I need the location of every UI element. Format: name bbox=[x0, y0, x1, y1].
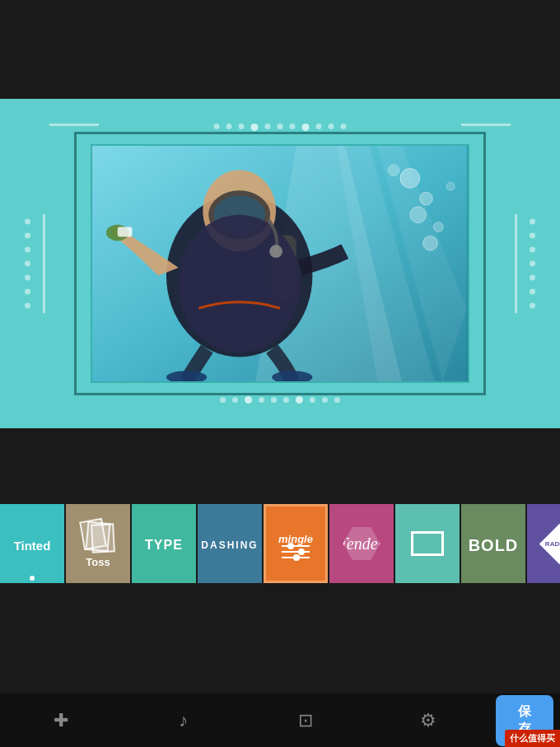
dot bbox=[530, 303, 535, 309]
music-icon: ♪ bbox=[179, 710, 188, 731]
dot bbox=[245, 396, 252, 404]
svg-point-5 bbox=[420, 192, 433, 205]
svg-rect-21 bbox=[118, 227, 133, 237]
bottom-toolbar: ✚ ♪ ⊡ ⚙ 保存 什么值得买 bbox=[0, 693, 560, 747]
middle-dark-area bbox=[0, 428, 560, 502]
svg-point-9 bbox=[446, 182, 455, 190]
slider-knob-1 bbox=[287, 543, 294, 549]
filter-mingle-label: mingle bbox=[278, 533, 313, 545]
svg-point-20 bbox=[269, 245, 282, 258]
dot bbox=[530, 261, 535, 267]
filter-radical[interactable]: RADICAL bbox=[527, 504, 560, 583]
decorative-dots-top bbox=[214, 124, 347, 131]
dot bbox=[322, 397, 328, 403]
dot bbox=[25, 289, 30, 295]
photo-frame-outer bbox=[74, 132, 486, 395]
dot bbox=[25, 303, 30, 309]
toolbar-add[interactable]: ✚ bbox=[0, 700, 123, 741]
filter-toss[interactable]: Toss bbox=[66, 504, 130, 583]
slider-line-3 bbox=[282, 557, 310, 558]
dot bbox=[25, 275, 30, 281]
decorative-dots-bottom bbox=[220, 396, 340, 404]
slider-line-1 bbox=[282, 545, 310, 547]
filter-type[interactable]: TYPE bbox=[132, 504, 196, 583]
slider-line-2 bbox=[282, 551, 310, 553]
decorative-line-top-right bbox=[461, 124, 511, 126]
dot bbox=[296, 396, 303, 404]
filter-type-label: TYPE bbox=[145, 538, 183, 553]
dot bbox=[271, 397, 277, 403]
toolbar-music[interactable]: ♪ bbox=[123, 700, 245, 741]
dot bbox=[530, 275, 535, 281]
dot bbox=[290, 124, 296, 129]
dot bbox=[239, 124, 245, 129]
dot bbox=[310, 397, 315, 403]
dot bbox=[530, 233, 535, 239]
dot bbox=[259, 397, 264, 403]
dot bbox=[334, 397, 340, 403]
dot bbox=[530, 289, 535, 295]
dot bbox=[341, 124, 347, 129]
svg-point-16 bbox=[179, 215, 301, 353]
dot bbox=[25, 261, 30, 267]
filter-frame[interactable] bbox=[395, 504, 460, 583]
selected-indicator bbox=[30, 576, 35, 581]
dot bbox=[214, 124, 220, 129]
filter-tender-label: Tender bbox=[339, 535, 385, 553]
svg-point-4 bbox=[400, 169, 420, 189]
filter-tender[interactable]: Tender bbox=[329, 504, 394, 583]
dot bbox=[316, 124, 322, 129]
diver-svg bbox=[92, 146, 468, 381]
filter-dashing[interactable]: DASHING bbox=[198, 504, 262, 583]
toolbar-crop[interactable]: ⊡ bbox=[245, 700, 367, 741]
dot bbox=[530, 247, 535, 253]
top-dark-area bbox=[0, 0, 560, 99]
decorative-dots-left bbox=[25, 219, 30, 309]
radical-diamond-icon: RADICAL bbox=[539, 523, 560, 563]
svg-point-10 bbox=[388, 165, 399, 176]
slider-knob-3 bbox=[293, 554, 300, 561]
filter-tinted-label: Tinted bbox=[14, 539, 51, 553]
photo-content bbox=[92, 146, 468, 381]
dot bbox=[283, 397, 289, 403]
dot bbox=[302, 124, 310, 131]
svg-point-7 bbox=[433, 222, 443, 232]
filter-toss-label: Toss bbox=[86, 556, 110, 568]
settings-icon: ⚙ bbox=[420, 710, 436, 731]
frame-icon bbox=[411, 531, 444, 556]
canvas-preview bbox=[0, 99, 560, 428]
dot bbox=[226, 124, 232, 129]
filter-tinted[interactable]: Tinted bbox=[0, 504, 64, 583]
filter-mingle[interactable]: mingle bbox=[264, 504, 328, 583]
dot bbox=[278, 124, 283, 129]
dot bbox=[25, 219, 30, 225]
decorative-line-right bbox=[515, 214, 517, 313]
filter-dashing-label: DASHING bbox=[201, 539, 258, 551]
dot bbox=[25, 233, 30, 239]
dot bbox=[220, 397, 226, 403]
dot bbox=[251, 124, 259, 131]
filter-radical-label: RADICAL bbox=[544, 540, 560, 548]
watermark-text: 什么值得买 bbox=[510, 733, 555, 743]
dot bbox=[329, 124, 334, 129]
filter-bar: Tinted Toss TYPE DASHING mingle bbox=[0, 502, 560, 585]
toss-icon bbox=[82, 520, 114, 553]
dot bbox=[265, 124, 271, 129]
add-icon: ✚ bbox=[54, 710, 68, 731]
photo-frame-inner bbox=[91, 144, 469, 383]
svg-point-8 bbox=[423, 236, 438, 250]
toolbar-settings[interactable]: ⚙ bbox=[367, 700, 490, 741]
filter-bold-label: BOLD bbox=[469, 536, 519, 555]
dot bbox=[530, 219, 535, 225]
mingle-slider-icon bbox=[282, 545, 310, 558]
watermark: 什么值得买 bbox=[505, 730, 560, 747]
toss-paper-3 bbox=[91, 523, 115, 553]
decorative-line-left bbox=[43, 214, 45, 313]
decorative-dots-right bbox=[530, 219, 535, 309]
filter-bold[interactable]: BOLD bbox=[461, 504, 525, 583]
svg-point-6 bbox=[410, 207, 427, 223]
decorative-line-top-left bbox=[49, 124, 99, 126]
slider-knob-2 bbox=[298, 549, 305, 555]
tender-hexagon: Tender bbox=[343, 527, 380, 560]
crop-icon: ⊡ bbox=[298, 710, 313, 731]
